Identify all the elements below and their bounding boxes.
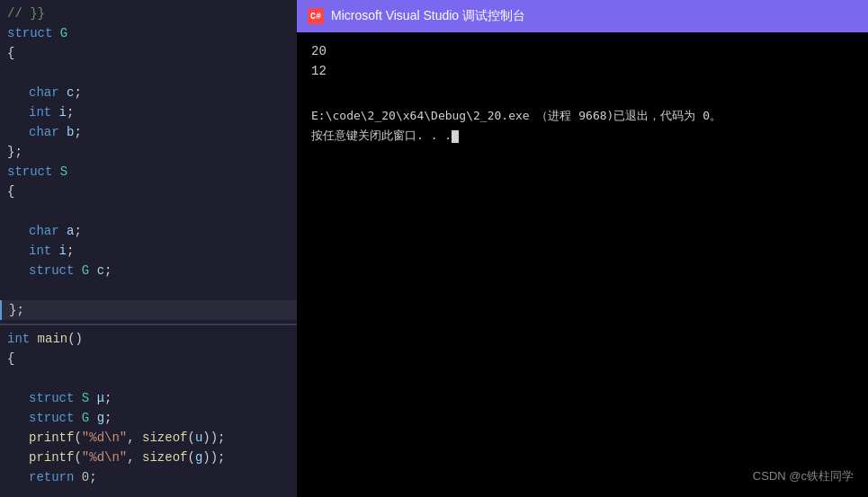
- func-sizeof2: sizeof: [142, 448, 187, 467]
- code-line: struct S: [0, 162, 297, 182]
- keyword-int2: int: [29, 241, 59, 261]
- console-output-20: 20: [311, 41, 854, 61]
- code-line-main: int main(): [0, 329, 297, 349]
- num-zero: 0: [82, 467, 89, 487]
- console-exit-message: E:\code\2_20\x64\Debug\2_20.exe （进程 9668…: [311, 106, 854, 126]
- console-title: Microsoft Visual Studio 调试控制台: [331, 8, 525, 24]
- console-body: 20 12 E:\code\2_20\x64\Debug\2_20.exe （进…: [297, 32, 868, 497]
- keyword-struct: struct: [7, 23, 60, 43]
- code-line: {: [0, 349, 297, 368]
- code-line: };: [0, 142, 297, 162]
- console-titlebar: C# Microsoft Visual Studio 调试控制台: [297, 0, 868, 32]
- keyword-struct3: struct: [29, 261, 82, 280]
- code-line-highlighted: };: [0, 300, 297, 320]
- func-main: main: [38, 329, 68, 349]
- console-panel: C# Microsoft Visual Studio 调试控制台 20 12 E…: [297, 0, 868, 497]
- watermark: CSDN @c铁柱同学: [753, 466, 854, 486]
- code-line: struct G g;: [0, 408, 297, 428]
- var-mu: μ: [97, 388, 104, 408]
- comment-text: // }}: [7, 4, 45, 23]
- code-line: [0, 368, 297, 388]
- brace: {: [7, 43, 14, 63]
- keyword-int3: int: [7, 329, 38, 349]
- keyword-char2: char: [29, 122, 67, 142]
- code-editor-panel: // }} struct G { char c; int i; char b;: [0, 0, 297, 497]
- code-line: int i;: [0, 102, 297, 122]
- code-line: char b;: [0, 122, 297, 142]
- var-g2: g: [195, 448, 202, 467]
- code-line: [0, 201, 297, 221]
- var-g: g: [97, 408, 104, 428]
- keyword-return: return: [29, 467, 82, 487]
- str-format1: "%d\n": [82, 428, 127, 448]
- type-g3: G: [82, 408, 97, 428]
- var-c: c: [67, 83, 74, 102]
- code-line: return 0;: [0, 467, 297, 487]
- code-line: // }}: [0, 4, 297, 23]
- func-sizeof1: sizeof: [142, 428, 187, 448]
- code-line: char c;: [0, 83, 297, 102]
- console-icon: C#: [308, 8, 324, 24]
- code-area-main: int main() { struct S μ; struct G g; pri…: [0, 325, 297, 491]
- code-line: [0, 63, 297, 83]
- keyword-int: int: [29, 102, 59, 122]
- var-gc: c: [97, 261, 104, 280]
- func-printf1: printf: [29, 428, 74, 448]
- code-line: struct G c;: [0, 261, 297, 280]
- type-name: G: [60, 23, 67, 43]
- var-i: i: [59, 102, 67, 122]
- var-b: b: [67, 122, 74, 142]
- type-s2: S: [82, 388, 97, 408]
- brace2: {: [7, 182, 14, 201]
- cursor-blink: [452, 130, 459, 143]
- func-printf2: printf: [29, 448, 74, 467]
- console-icon-label: C#: [310, 12, 321, 22]
- console-output-12: 12: [311, 61, 854, 81]
- var-i2: i: [59, 241, 67, 261]
- type-s: S: [60, 162, 67, 182]
- code-line: int i;: [0, 241, 297, 261]
- console-press-message: 按任意键关闭此窗口. . .: [311, 126, 854, 146]
- code-area: // }} struct G { char c; int i; char b;: [0, 0, 297, 324]
- var-a: a: [67, 221, 74, 241]
- code-line: struct S μ;: [0, 388, 297, 408]
- type-g2: G: [82, 261, 97, 280]
- keyword-char: char: [29, 83, 67, 102]
- code-line: [0, 280, 297, 300]
- code-line: printf("%d\n", sizeof(u));: [0, 428, 297, 448]
- code-line: char a;: [0, 221, 297, 241]
- var-u: u: [195, 428, 202, 448]
- code-line: {: [0, 182, 297, 201]
- keyword-struct4: struct: [29, 388, 82, 408]
- str-format2: "%d\n": [82, 448, 127, 467]
- keyword-char3: char: [29, 221, 67, 241]
- code-line: printf("%d\n", sizeof(g));: [0, 448, 297, 467]
- code-line: {: [0, 43, 297, 63]
- code-line: struct G: [0, 23, 297, 43]
- keyword-struct5: struct: [29, 408, 82, 428]
- keyword-struct2: struct: [7, 162, 60, 182]
